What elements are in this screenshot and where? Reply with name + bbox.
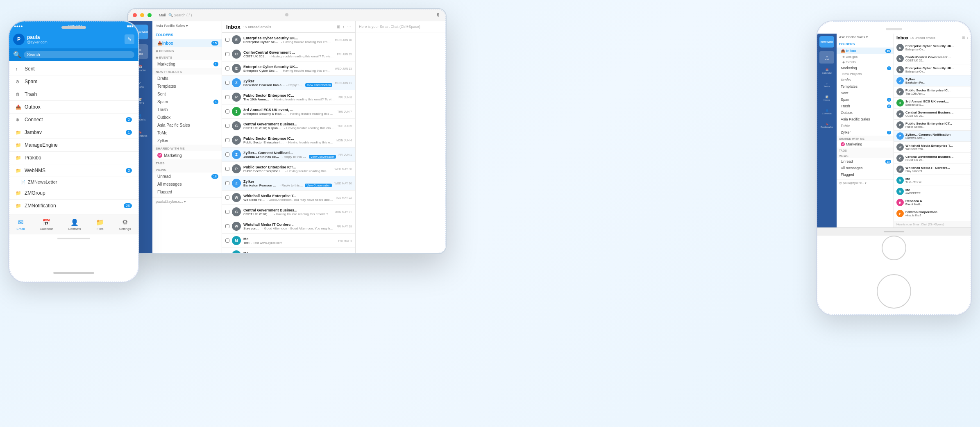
email-checkbox[interactable] xyxy=(225,167,229,171)
email-row[interactable]: P Public Sector Enterprise IC... The 10t… xyxy=(222,90,355,104)
right-folder-templates[interactable]: Templates xyxy=(837,83,894,90)
email-checkbox[interactable] xyxy=(225,210,229,214)
right-folder-spam[interactable]: Spam 4 xyxy=(837,96,894,103)
folder-item-trash[interactable]: Trash xyxy=(152,106,222,114)
more-icon[interactable]: ⋯ xyxy=(347,25,351,29)
email-row[interactable]: W Whitehall Media Enterprise T... We Nee… xyxy=(222,191,355,205)
right-folder-outbox[interactable]: Outbox xyxy=(837,109,894,116)
mic-icon[interactable]: 🎙 xyxy=(436,12,441,18)
email-row[interactable]: W Whitehall Media IT Confere... Stay con… xyxy=(222,219,355,234)
email-row[interactable]: C Central Government Busines... CGBT UK … xyxy=(222,119,355,133)
maximize-dot[interactable] xyxy=(147,13,152,17)
right-folder-zylker[interactable]: Zylker 7 xyxy=(837,129,894,136)
email-checkbox[interactable] xyxy=(225,66,229,70)
right-email-row[interactable]: Z Zylker Bankston Pe... xyxy=(894,75,971,86)
email-checkbox[interactable] xyxy=(225,95,229,99)
folder-item-inbox[interactable]: 📥 Inbox 15 xyxy=(152,39,222,47)
right-email-row[interactable]: E Enterprise Cyber Security UK... Enterp… xyxy=(894,64,971,75)
tab-calendar[interactable]: 📅 Calendar xyxy=(40,218,53,231)
right-sort-icon[interactable]: ↕ xyxy=(967,36,969,40)
minimize-dot[interactable] xyxy=(140,13,144,17)
email-checkbox[interactable] xyxy=(225,224,229,228)
right-email-row[interactable]: M Me Test - Test w... xyxy=(894,175,971,186)
tab-contacts[interactable]: 👤 Contacts xyxy=(68,218,81,231)
email-checkbox[interactable] xyxy=(225,138,229,142)
right-shared-marketing[interactable]: M Marketing xyxy=(837,141,894,148)
email-checkbox[interactable] xyxy=(225,38,229,42)
right-email-row[interactable]: M Me #ACCEPTE... xyxy=(894,186,971,197)
email-row[interactable]: M Me Test - Test www.zyker.com FRI MAY 4 xyxy=(222,234,355,248)
email-row[interactable]: Z Zylker... Connect Notificati... Joshua… xyxy=(222,148,355,162)
right-email-row[interactable]: R Rebecca A Event Invit... xyxy=(894,197,971,208)
right-sidebar-icon-mail[interactable]: ✉ Mail xyxy=(819,51,834,64)
right-folder-drafts[interactable]: Drafts xyxy=(837,77,894,83)
nav-item-zmnotification[interactable]: 📁 ZMNotification 26 xyxy=(9,200,138,212)
smart-chat-bar[interactable]: Here is your Smart Chat (Ctrl+Space) xyxy=(894,221,971,227)
right-new-mail-button[interactable]: New Mail xyxy=(819,36,834,48)
right-email-row[interactable]: C Central Government Busines... CGBT UK … xyxy=(894,109,971,120)
right-sidebar-icon-calendar[interactable]: 📅 Calendar xyxy=(819,65,834,77)
sort-icon[interactable]: ↕ xyxy=(343,25,345,29)
email-row[interactable]: E Enterprise Cyber Security UK... Enterp… xyxy=(222,61,355,76)
nav-item-jambav[interactable]: 📁 Jambav 1 xyxy=(9,126,138,139)
view-conversation-btn[interactable]: View Conversation xyxy=(305,184,332,187)
right-folder-inbox[interactable]: 📥 Inbox 15 xyxy=(837,48,894,54)
view-item-all[interactable]: All messages xyxy=(152,180,222,188)
email-row[interactable]: C ConferCentral Government ... CGBT UK 2… xyxy=(222,47,355,61)
close-dot[interactable] xyxy=(133,13,137,17)
right-filter-icon[interactable]: ⊞ xyxy=(962,36,965,40)
tab-settings[interactable]: ⚙ Settings xyxy=(119,218,131,231)
search-input[interactable]: Search xyxy=(24,51,134,58)
right-view-unread[interactable]: Unread 15 xyxy=(837,158,894,165)
email-checkbox[interactable] xyxy=(225,109,229,114)
right-folder-asia-pacific[interactable]: Asia Pacific Sales xyxy=(837,116,894,123)
right-folder-trash[interactable]: Trash 6 xyxy=(837,103,894,109)
right-folder-tome[interactable]: ToMe xyxy=(837,123,894,129)
email-checkbox[interactable] xyxy=(225,238,229,243)
right-sidebar-icon-notes[interactable]: 📝 Notes xyxy=(819,92,834,104)
nav-item-trash[interactable]: 🗑 Trash xyxy=(9,88,138,101)
right-email-row[interactable]: W Whitehall Media Enterprise T... We Nee… xyxy=(894,142,971,153)
folder-item-outbox[interactable]: Outbox xyxy=(152,114,222,121)
email-row[interactable]: P Public Sector Enterprise ICT... Public… xyxy=(222,162,355,176)
right-sidebar-icon-bookmarks[interactable]: 🔖 Bookmarks xyxy=(819,119,834,131)
right-folder-sent[interactable]: Sent xyxy=(837,90,894,96)
right-sidebar-icon-contacts[interactable]: 👤 Contacts xyxy=(819,105,834,118)
home-button[interactable] xyxy=(882,236,906,260)
email-checkbox[interactable] xyxy=(225,181,229,185)
nav-item-zmgroup[interactable]: 📁 ZMGroup xyxy=(9,187,138,200)
folder-item-sent[interactable]: Sent xyxy=(152,90,222,98)
asia-pacific-label[interactable]: Asia Pacific Sales ▾ xyxy=(156,24,188,28)
nav-item-spam[interactable]: ⊘ Spam xyxy=(9,75,138,88)
right-view-all[interactable]: All messages xyxy=(837,165,894,171)
tab-email[interactable]: ✉ Email xyxy=(16,218,25,231)
search-bar[interactable]: 🔍 Search xyxy=(9,48,138,61)
right-sidebar-icon-tasks[interactable]: ✓ Tasks xyxy=(819,78,834,91)
right-email-row[interactable]: W Whitehall Media IT Confere... Stay con… xyxy=(894,164,971,175)
folder-item-asia-pacific[interactable]: Asia Pacific Sales xyxy=(152,121,222,129)
email-row[interactable]: C Central Government Busines... CGBT UK … xyxy=(222,205,355,219)
right-email-row[interactable]: C Central Government Busines... CGBT UK … xyxy=(894,153,971,164)
email-checkbox[interactable] xyxy=(225,124,229,128)
folder-item-spam[interactable]: Spam 4 xyxy=(152,98,222,106)
email-checkbox[interactable] xyxy=(225,52,229,56)
nav-item-webnms[interactable]: 📁 WebNMS 3 xyxy=(9,164,138,177)
folder-item-marketing[interactable]: Marketing 1 xyxy=(152,60,222,68)
nav-item-manageengine[interactable]: 📁 ManageEngine xyxy=(9,139,138,152)
email-row[interactable]: Z Zylker Bankston Pearson has posted on … xyxy=(222,176,355,191)
edit-button[interactable]: ✎ xyxy=(125,34,134,44)
email-checkbox[interactable] xyxy=(225,81,229,85)
folder-item-templates[interactable]: Templates xyxy=(152,82,222,90)
right-view-flagged[interactable]: Flagged xyxy=(837,171,894,178)
search-placeholder[interactable]: 🔍 Search ( / ) xyxy=(168,13,192,17)
right-email-row[interactable]: F Fabtron Corporation what is this? xyxy=(894,208,971,219)
email-checkbox[interactable] xyxy=(225,253,229,254)
folder-item-drafts[interactable]: Drafts xyxy=(152,75,222,82)
email-row[interactable]: E Enterprise Cyber Security UK... Enterp… xyxy=(222,33,355,47)
right-email-row[interactable]: C ConferCentral Government ... CGBT UK 2… xyxy=(894,53,971,64)
nav-item-sent[interactable]: ↑ Sent xyxy=(9,63,138,75)
folder-item-zylker[interactable]: Zylker xyxy=(152,137,222,145)
email-checkbox[interactable] xyxy=(225,152,229,157)
right-email-row[interactable]: 3 3rd Annual ECS UK event,... Enterprise… xyxy=(894,98,971,109)
view-conversation-btn[interactable]: View Conversation xyxy=(305,83,332,87)
